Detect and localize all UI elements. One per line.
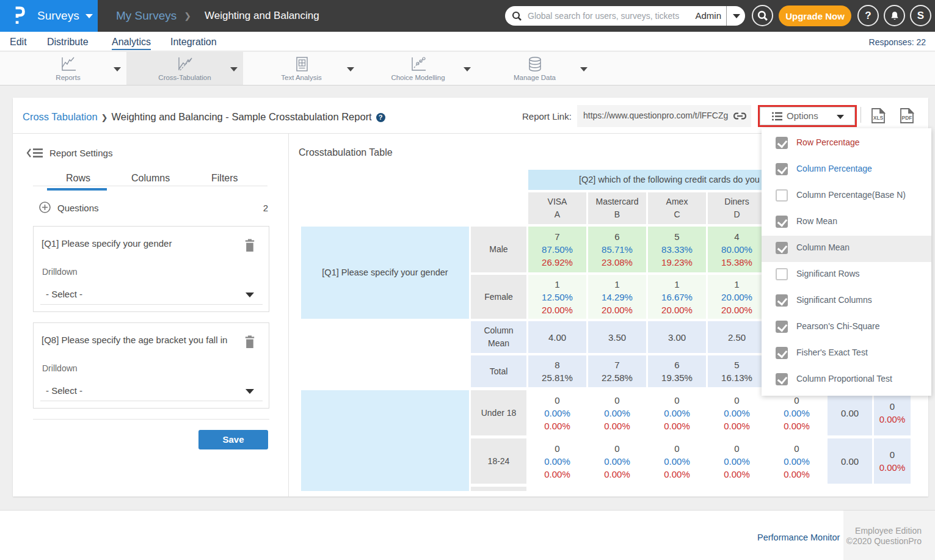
svg-text:PDF: PDF <box>902 115 912 121</box>
svg-text:XLS: XLS <box>873 115 884 121</box>
